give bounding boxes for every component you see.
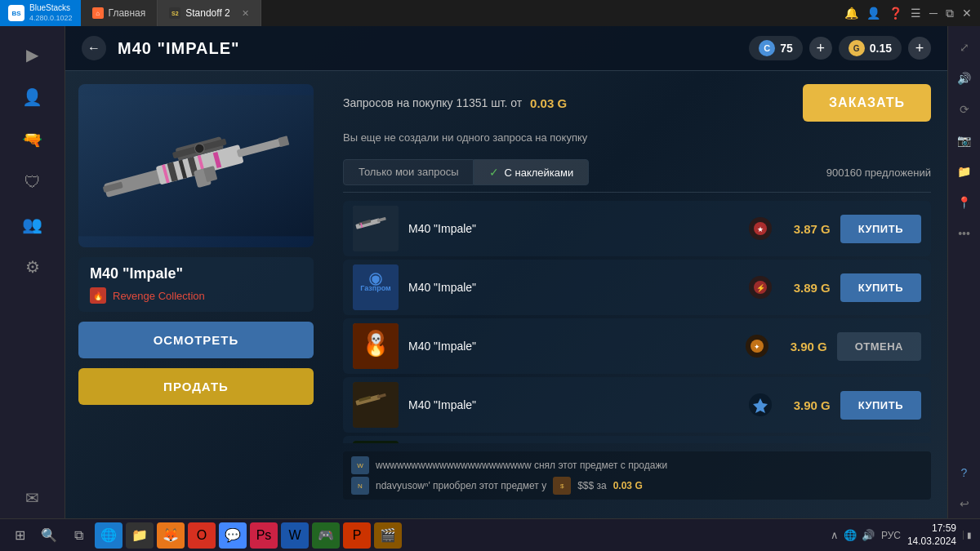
rs-rotate-btn[interactable]: ⟳ bbox=[950, 95, 979, 124]
currency-c-amount: 75 bbox=[780, 42, 793, 55]
help-icon[interactable]: ❓ bbox=[889, 7, 902, 20]
minimize-icon[interactable]: ─ bbox=[929, 7, 938, 20]
page-title: M40 "IMPALE" bbox=[118, 39, 240, 58]
firefox-icon[interactable]: 🦊 bbox=[157, 522, 185, 549]
tab-close-icon[interactable]: ✕ bbox=[242, 8, 249, 19]
close-icon[interactable]: ✕ bbox=[962, 7, 972, 20]
cancel-button[interactable]: ОТМЕНА bbox=[837, 332, 921, 361]
listing-item-name: M40 "Impale" bbox=[408, 281, 739, 294]
no-request-notice: Вы еще не создали ни одного запроса на п… bbox=[343, 130, 931, 144]
sidebar-play-btn[interactable]: ▶ bbox=[8, 34, 57, 75]
listings: M40 "Impale" ★ 3.87 G КУПИТЬ Газпром bbox=[343, 201, 931, 443]
svg-rect-17 bbox=[353, 206, 399, 251]
home-icon: ⌂ bbox=[92, 7, 104, 19]
list-item: Газпром M40 "Impale" ⚡ 3.89 G КУПИТЬ bbox=[343, 260, 931, 315]
sticker-icon: ⚡ bbox=[749, 276, 772, 299]
inspect-button[interactable]: ОСМОТРЕТЬ bbox=[78, 322, 314, 358]
sidebar-person-btn[interactable]: 👤 bbox=[8, 77, 57, 118]
currency-g-amount: 0.15 bbox=[870, 42, 892, 55]
listing-thumbnail: Газпром bbox=[353, 264, 399, 310]
currency-c-icon: C bbox=[759, 40, 775, 56]
tab-home[interactable]: ⌂ Главная bbox=[81, 0, 158, 26]
topbar: BS BlueStacks 4.280.0.1022 ⌂ Главная S2 … bbox=[0, 0, 980, 26]
weapon-info-box: M40 "Impale" 🔥 Revenge Collection bbox=[78, 257, 314, 312]
discord-icon[interactable]: 💬 bbox=[219, 522, 247, 549]
sidebar-group-btn[interactable]: 👥 bbox=[8, 204, 57, 245]
system-icons: ∧ 🌐 🔊 bbox=[831, 529, 875, 541]
svg-text:★: ★ bbox=[757, 225, 764, 233]
file-explorer-icon[interactable]: 📁 bbox=[126, 522, 154, 549]
listing-price: 3.89 G bbox=[782, 281, 831, 295]
listing-price: 3.90 G bbox=[782, 398, 831, 412]
rs-expand-btn[interactable]: ⤢ bbox=[950, 33, 979, 62]
add-c-button[interactable]: + bbox=[809, 37, 832, 60]
word-icon[interactable]: W bbox=[281, 522, 309, 549]
ppt-icon[interactable]: P bbox=[343, 522, 371, 549]
buy-button[interactable]: КУПИТЬ bbox=[840, 391, 921, 420]
currency-g-icon: G bbox=[849, 40, 865, 56]
buy-button[interactable]: КУПИТЬ bbox=[840, 273, 921, 302]
app7-icon[interactable]: 🎬 bbox=[374, 522, 402, 549]
rs-help-btn[interactable]: ? bbox=[950, 458, 979, 487]
add-g-button[interactable]: + bbox=[908, 37, 931, 60]
rs-sound-btn[interactable]: 🔊 bbox=[950, 64, 979, 93]
sound-icon[interactable]: 🔊 bbox=[862, 529, 875, 541]
collection-name: Revenge Collection bbox=[113, 290, 205, 302]
show-desktop-btn[interactable]: ▮ bbox=[963, 531, 972, 540]
ps-icon[interactable]: Ps bbox=[250, 522, 278, 549]
sidebar-mail-btn[interactable]: ✉ bbox=[8, 478, 57, 518]
collection-row: 🔥 Revenge Collection bbox=[90, 287, 302, 304]
sell-button[interactable]: ПРОДАТЬ bbox=[78, 368, 314, 405]
opera-icon[interactable]: O bbox=[188, 522, 216, 549]
listing-thumbnail: 🔥 💀 bbox=[353, 323, 399, 369]
task-view-btn[interactable]: ⧉ bbox=[65, 522, 91, 549]
no-request-text: Вы еще не создали ни одного запроса на п… bbox=[343, 131, 587, 144]
tab-standoff[interactable]: S2 Standoff 2 ✕ bbox=[158, 0, 261, 26]
sticker-icon bbox=[749, 393, 772, 416]
back-button[interactable]: ← bbox=[82, 36, 106, 60]
network-icon[interactable]: 🌐 bbox=[844, 529, 857, 541]
rs-screenshot-btn[interactable]: 📷 bbox=[950, 126, 979, 155]
weapon-name: M40 "Impale" bbox=[90, 265, 302, 282]
listing-thumbnail bbox=[353, 206, 399, 251]
order-button[interactable]: ЗАКАЗАТЬ bbox=[803, 84, 931, 122]
search-button[interactable]: 🔍 bbox=[36, 522, 62, 549]
right-sidebar: ⤢ 🔊 ⟳ 📷 📁 📍 ••• ? ↩ bbox=[947, 26, 980, 518]
sidebar-settings-btn[interactable]: ⚙ bbox=[8, 247, 57, 287]
bluestacks-logo: BS bbox=[8, 5, 24, 21]
buy-request-price: 0.03 G bbox=[530, 96, 567, 110]
chevron-up-icon[interactable]: ∧ bbox=[831, 529, 839, 541]
rs-back-btn[interactable]: ↩ bbox=[950, 489, 979, 518]
game-header: ← M40 "IMPALE" C 75 + G 0.15 + bbox=[65, 26, 947, 71]
bluestacks-brand: BS BlueStacks 4.280.0.1022 bbox=[0, 0, 81, 26]
rs-folder-btn[interactable]: 📁 bbox=[950, 157, 979, 186]
taskbar-left: ⊞ 🔍 ⧉ 🌐 📁 🦊 O 💬 Ps W 🎮 P 🎬 bbox=[0, 522, 402, 549]
buy-request-label: Запросов на покупку 11351 шт. от bbox=[343, 96, 522, 109]
listing-price: 3.87 G bbox=[782, 222, 831, 236]
sidebar-shield-btn[interactable]: 🛡 bbox=[8, 162, 57, 202]
game-header-right: C 75 + G 0.15 + bbox=[749, 36, 931, 60]
app6-icon[interactable]: 🎮 bbox=[312, 522, 340, 549]
rs-location-btn[interactable]: 📍 bbox=[950, 188, 979, 217]
edge-icon[interactable]: 🌐 bbox=[95, 522, 122, 549]
menu-icon[interactable]: ☰ bbox=[911, 7, 921, 20]
restore-icon[interactable]: ⧉ bbox=[946, 7, 954, 20]
main-content: M40 "Impale" 🔥 Revenge Collection ОСМОТР… bbox=[65, 71, 947, 513]
language-indicator: РУС bbox=[881, 530, 901, 541]
listing-price: 3.90 G bbox=[778, 340, 827, 353]
topbar-right: 🔔 👤 ❓ ☰ ─ ⧉ ✕ bbox=[844, 7, 980, 20]
start-button[interactable]: ⊞ bbox=[7, 522, 33, 549]
account-icon[interactable]: 👤 bbox=[866, 7, 880, 20]
listing-item-name: M40 "Impale" bbox=[408, 340, 736, 353]
svg-text:⚡: ⚡ bbox=[755, 283, 765, 293]
sidebar-gun-btn[interactable]: 🔫 bbox=[8, 119, 57, 160]
bell-icon[interactable]: 🔔 bbox=[844, 7, 858, 20]
buy-button[interactable]: КУПИТЬ bbox=[840, 215, 921, 243]
activity-thumb: W bbox=[351, 456, 369, 474]
filter-stickers-tab[interactable]: ✓ С наклейками bbox=[474, 159, 589, 185]
rs-more-btn[interactable]: ••• bbox=[950, 219, 979, 248]
check-icon: ✓ bbox=[489, 166, 499, 179]
filter-my-tab[interactable]: Только мои запросы bbox=[343, 159, 474, 185]
clock: 17:59 14.03.2024 bbox=[907, 522, 956, 548]
listing-thumbnail: STALKER bbox=[353, 441, 399, 443]
